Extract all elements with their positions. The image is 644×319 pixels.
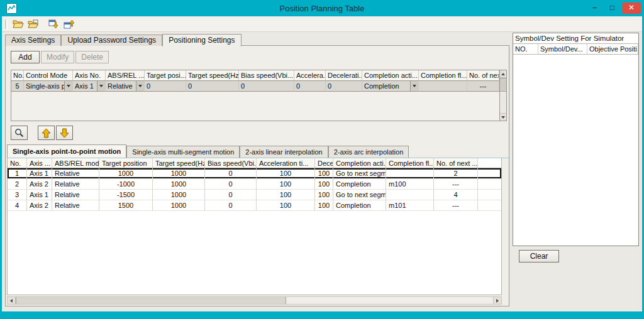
- modify-button[interactable]: Modify: [41, 51, 74, 63]
- segment-cell[interactable]: m100: [386, 179, 434, 189]
- tab-upload-password-settings[interactable]: Upload Password Settings: [61, 35, 162, 46]
- axis-no-combobox[interactable]: Axis 1: [73, 81, 106, 92]
- segment-row[interactable]: 1 Axis 1 Relative 1000 1000 0 100 100 Go…: [8, 168, 501, 179]
- segment-cell[interactable]: Go to next segmer: [333, 190, 386, 200]
- segment-cell[interactable]: -1000: [99, 179, 153, 189]
- segment-cell[interactable]: [386, 190, 434, 200]
- close-button[interactable]: ✕: [622, 3, 641, 14]
- segment-cell[interactable]: 100: [315, 168, 333, 178]
- segment-cell[interactable]: 0: [205, 190, 257, 200]
- segment-cell[interactable]: 100: [257, 200, 315, 210]
- segment-cell[interactable]: Relative: [52, 200, 99, 210]
- maximize-button[interactable]: □: [604, 3, 620, 14]
- plan-table-scrollbar[interactable]: [499, 70, 506, 121]
- clear-button[interactable]: Clear: [519, 250, 559, 262]
- completion-action-combobox[interactable]: Completion: [362, 81, 419, 92]
- chevron-down-icon[interactable]: [410, 81, 418, 91]
- scroll-up-icon[interactable]: [500, 70, 506, 78]
- segment-row[interactable]: 4 Axis 2 Relative 1500 1000 0 100 100 Co…: [8, 200, 501, 211]
- segment-cell[interactable]: ---: [434, 179, 478, 189]
- read-from-device-icon[interactable]: [62, 18, 75, 30]
- move-up-button[interactable]: [38, 126, 55, 140]
- segment-cell[interactable]: 3: [8, 190, 27, 200]
- scroll-right-icon[interactable]: [493, 297, 501, 304]
- delete-button[interactable]: Delete: [75, 51, 109, 63]
- plan-cell-no[interactable]: 5: [11, 81, 24, 92]
- segment-cell[interactable]: 1000: [99, 168, 153, 178]
- segment-cell[interactable]: 100: [257, 179, 315, 189]
- segment-cell[interactable]: m101: [386, 200, 434, 210]
- segment-cell[interactable]: Axis 1: [27, 168, 52, 178]
- seg-header-axis: Axis ...: [27, 158, 52, 168]
- segment-cell[interactable]: Axis 2: [27, 200, 52, 210]
- plan-row[interactable]: 5 Single-axis p Axis 1 Relative: [11, 81, 499, 92]
- scrollbar-thumb[interactable]: [500, 78, 506, 92]
- segment-row[interactable]: 2 Axis 2 Relative -1000 1000 0 100 100 C…: [8, 179, 501, 190]
- segment-cell[interactable]: 100: [315, 200, 333, 210]
- segment-cell[interactable]: [386, 168, 434, 178]
- control-mode-combobox[interactable]: Single-axis p: [24, 81, 73, 92]
- plan-cell-no-of-next[interactable]: ---: [467, 81, 499, 92]
- segment-cell[interactable]: Completion: [333, 200, 386, 210]
- move-down-button[interactable]: [56, 126, 73, 140]
- segment-cell[interactable]: Relative: [52, 190, 99, 200]
- scrollbar-thumb[interactable]: [16, 297, 286, 304]
- segment-cell[interactable]: 100: [257, 190, 315, 200]
- open-file-icon[interactable]: [11, 18, 25, 30]
- seg-header-completion-flag: Completion fl...: [386, 158, 434, 168]
- segment-cell[interactable]: 1500: [99, 200, 153, 210]
- plan-cell-completion-flag[interactable]: [419, 81, 467, 92]
- segment-cell[interactable]: 1000: [153, 200, 205, 210]
- segment-cell[interactable]: 2: [434, 168, 478, 178]
- segment-row[interactable]: 3 Axis 1 Relative -1500 1000 0 100 100 G…: [8, 190, 501, 200]
- chevron-down-icon[interactable]: [64, 81, 72, 91]
- segment-table-hscrollbar[interactable]: [7, 296, 502, 305]
- segment-cell[interactable]: Relative: [52, 168, 99, 178]
- segment-cell[interactable]: 1000: [153, 168, 205, 178]
- plan-cell-bias-speed[interactable]: 0: [239, 81, 294, 92]
- plan-cell-acceleration[interactable]: 0: [294, 81, 326, 92]
- segment-cell[interactable]: 100: [315, 179, 333, 189]
- chevron-down-icon[interactable]: [136, 81, 144, 91]
- preview-button[interactable]: [11, 126, 28, 140]
- tab-single-axis-ptp[interactable]: Single-axis point-to-point motion: [7, 144, 126, 158]
- segment-cell[interactable]: 0: [205, 179, 257, 189]
- plan-cell-target-position[interactable]: 0: [145, 81, 186, 92]
- plan-header-bias-speed: Bias speed(Vbi...: [239, 70, 294, 81]
- scroll-down-icon[interactable]: [500, 113, 506, 121]
- segment-cell[interactable]: 1000: [153, 179, 205, 189]
- add-button[interactable]: Add: [11, 51, 40, 63]
- segment-cell[interactable]: Axis 2: [27, 179, 52, 189]
- abs-rel-combobox[interactable]: Relative: [106, 81, 145, 92]
- abs-rel-value: Relative: [106, 81, 136, 91]
- tab-axis-settings[interactable]: Axis Settings: [5, 35, 61, 46]
- segment-cell[interactable]: Relative: [52, 179, 99, 189]
- segment-cell[interactable]: 0: [205, 168, 257, 178]
- chevron-down-icon[interactable]: [97, 81, 105, 91]
- tab-positioning-settings[interactable]: Positioning Settings: [162, 34, 241, 46]
- write-to-device-icon[interactable]: [47, 18, 60, 30]
- minimize-button[interactable]: –: [587, 3, 602, 14]
- plan-cell-deceleration[interactable]: 0: [326, 81, 362, 92]
- segment-cell[interactable]: 4: [8, 200, 27, 210]
- plan-cell-target-speed[interactable]: 0: [186, 81, 239, 92]
- segment-cell[interactable]: -1500: [99, 190, 153, 200]
- segment-cell[interactable]: 2: [8, 179, 27, 189]
- tab-2-axis-arc[interactable]: 2-axis arc interpolation: [328, 146, 409, 158]
- segment-cell[interactable]: ---: [434, 200, 478, 210]
- segment-cell[interactable]: Axis 1: [27, 190, 52, 200]
- tab-2-axis-linear[interactable]: 2-axis linear interpolation: [240, 146, 328, 158]
- segment-cell[interactable]: 100: [315, 190, 333, 200]
- tab-single-axis-multi-segment[interactable]: Single-axis multi-segment motion: [126, 146, 240, 158]
- open-folder-icon[interactable]: [26, 18, 40, 30]
- segment-cell[interactable]: 4: [434, 190, 478, 200]
- segment-cell[interactable]: 100: [257, 168, 315, 178]
- segment-table: No. Axis ... ABS/REL mode Target positio…: [7, 158, 502, 295]
- segment-cell[interactable]: 1: [8, 168, 27, 178]
- segment-cell[interactable]: Go to next segmer: [333, 168, 386, 178]
- segment-cell[interactable]: 1000: [153, 190, 205, 200]
- plan-header-completion-flag: Completion fl...: [419, 70, 467, 81]
- segment-cell[interactable]: Completion: [333, 179, 386, 189]
- segment-cell[interactable]: 0: [205, 200, 257, 210]
- scroll-left-icon[interactable]: [8, 297, 16, 304]
